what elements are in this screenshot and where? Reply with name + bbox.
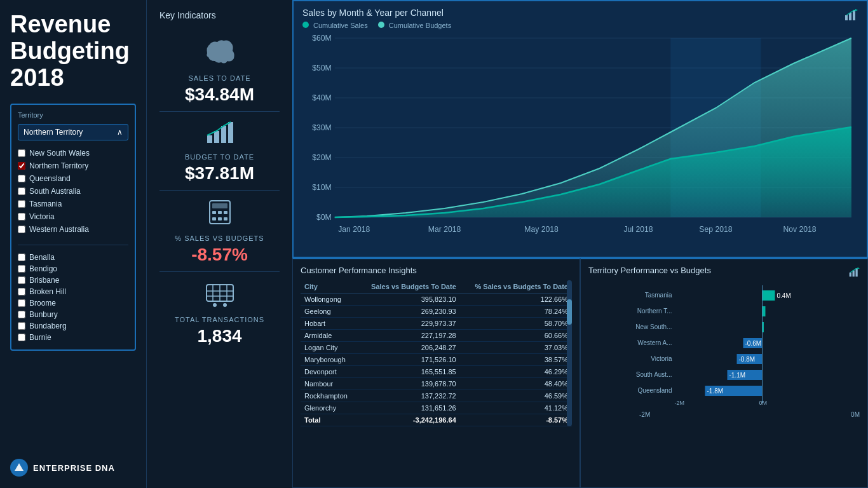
city-broome[interactable]: Broome [18,297,128,309]
territory-svg: Tasmania0.4MNorthern T...New South...Wes… [588,285,860,406]
col-city: City [301,280,357,294]
kpi-tx-label: TOTAL TRANSACTIONS [159,316,280,323]
scrollbar-thumb[interactable] [567,299,572,325]
city-bendigo[interactable]: Bendigo [18,263,128,274]
scrollbar[interactable] [567,280,572,426]
customer-table-wrap[interactable]: City Sales vs Budgets To Date % Sales vs… [301,280,572,426]
territory-item-wa[interactable]: Western Australia [18,223,128,236]
bottom-panels: Customer Performance Insights City Sales… [292,258,868,488]
total-pct: -8.57% [460,414,572,426]
cell-sales: 229,973.37 [357,318,460,330]
svg-text:$60M: $60M [312,34,331,43]
svg-text:-1.1M: -1.1M [729,372,746,379]
svg-text:Western A...: Western A... [637,339,672,346]
territory-performance-panel: Territory Performance vs Budgets Tasmani… [580,258,868,488]
cell-sales: 137,232.72 [357,390,460,402]
cell-city: Devonport [301,366,357,378]
cell-city: Geelong [301,306,357,318]
svg-text:0M: 0M [759,400,768,406]
svg-text:Queensland: Queensland [638,387,672,394]
city-bundaberg[interactable]: Bundaberg [18,320,128,332]
territory-checkbox-nsw[interactable] [18,149,25,157]
cell-city: Maryborough [301,354,357,366]
kpi-tx-value: 1,834 [159,326,280,346]
city-burnie[interactable]: Burnie [18,332,128,343]
calculator-icon [159,198,280,232]
city-broken-hill[interactable]: Broken Hill [18,286,128,297]
territory-chart-icon [848,266,860,280]
svg-text:New South...: New South... [635,323,672,330]
enterprise-dna-icon [10,459,28,477]
svg-text:$0M: $0M [316,213,332,222]
kpi-transactions: TOTAL TRANSACTIONS 1,834 [159,272,280,353]
territory-item-nt[interactable]: Northern Territory [18,159,128,172]
table-row: Rockhampton 137,232.72 46.59% [301,390,572,402]
cell-pct: 41.12% [460,402,572,414]
territory-checkbox-vic[interactable] [18,213,25,220]
territory-bar-chart: Tasmania0.4MNorthern T...New South...Wes… [588,285,860,409]
territory-item-sa[interactable]: South Australia [18,185,128,198]
svg-text:$20M: $20M [312,153,331,162]
svg-text:$50M: $50M [312,64,331,72]
cell-city: Nambour [301,378,357,390]
territory-checkbox-qld[interactable] [18,175,25,182]
svg-text:Tasmania: Tasmania [645,292,672,299]
svg-text:Northern T...: Northern T... [637,308,672,315]
kpi-budget-to-date: BUDGET TO DATE $37.81M [159,112,280,191]
svg-text:0.4M: 0.4M [777,292,791,299]
territory-item-tas[interactable]: Tasmania [18,198,128,210]
australia-map-icon [159,34,280,72]
territory-list: New South Wales Northern Territory Queen… [18,147,128,236]
territory-section-label: Territory [18,111,128,119]
territory-selected: Northern Territory [24,128,83,137]
cell-sales: 227,197.28 [357,330,460,342]
territory-item-vic[interactable]: Victoria [18,210,128,223]
territory-filter: Territory Northern Territory ∧ New South… [10,104,136,351]
cell-pct: 58.70% [460,318,572,330]
svg-rect-49 [855,268,857,276]
logo-name: ENTERPRISE DNA [33,463,115,473]
legend-dot-sales [302,22,309,28]
territory-item-qld[interactable]: Queensland [18,172,128,185]
territory-checkbox-nt[interactable] [18,162,25,170]
city-benalla[interactable]: Benalla [18,252,128,263]
cell-pct: 38.57% [460,354,572,366]
svg-rect-55 [763,306,766,316]
territory-checkbox-sa[interactable] [18,187,25,195]
svg-rect-23 [853,10,855,20]
cell-city: Glenorchy [301,402,357,414]
territory-checkbox-wa[interactable] [18,226,25,233]
key-indicators-title: Key Indicators [159,10,280,20]
svg-text:Sep 2018: Sep 2018 [699,225,732,234]
kpi-sales-to-date: SALES TO DATE $34.84M [159,27,280,112]
total-sales: -3,242,196.64 [357,414,460,426]
legend-cumulative-sales: Cumulative Sales [302,22,368,29]
territory-item-nsw[interactable]: New South Wales [18,147,128,159]
x-max: 0M [851,411,860,418]
svg-text:May 2018: May 2018 [524,225,559,234]
territory-dropdown[interactable]: Northern Territory ∧ [18,124,128,140]
svg-text:-0.6M: -0.6M [745,340,762,347]
legend-dot-budgets [378,22,384,28]
city-brisbane[interactable]: Brisbane [18,274,128,286]
city-bunbury[interactable]: Bunbury [18,309,128,320]
sales-line-chart: $60M $50M $40M $30M $20M $10M $0M [302,32,858,248]
cell-pct: 78.24% [460,306,572,318]
kpi-budget-value: $37.81M [159,163,280,184]
kpi-pct-value: -8.57% [159,245,280,265]
svg-rect-8 [218,211,222,214]
territory-x-axis: -2M 0M [588,411,860,418]
cell-city: Rockhampton [301,390,357,402]
table-row: Armidale 227,197.28 60.66% [301,330,572,342]
table-row: Devonport 165,551.85 46.29% [301,366,572,378]
col-sales: Sales vs Budgets To Date [357,280,460,294]
chart-bar-icon-top [844,8,858,25]
svg-rect-6 [212,203,227,208]
svg-rect-47 [850,272,851,276]
svg-text:Jul 2018: Jul 2018 [623,225,653,234]
sales-chart-panel: Sales by Month & Year per Channel Cumula… [292,0,868,258]
kpi-budget-label: BUDGET TO DATE [159,153,280,161]
app-title: Revenue Budgeting 2018 [10,11,136,91]
territory-checkbox-tas[interactable] [18,200,25,208]
cell-sales: 131,651.26 [357,402,460,414]
